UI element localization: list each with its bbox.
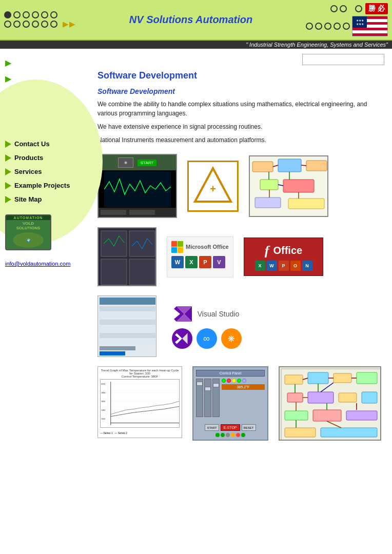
- trend-legend: — Series 1 — Series 2: [100, 428, 180, 436]
- image-row-3: Visual Studio ∞ ❋: [97, 295, 384, 357]
- circles-row-top: [4, 11, 76, 18]
- svg-rect-34: [101, 380, 179, 427]
- control-panel-screenshot: Control Panel: [192, 366, 268, 441]
- tagline: " Industrial Strength Engineering, Syste…: [0, 41, 392, 49]
- sidebar: ▶ ▶ Contact Us Products Services Example…: [0, 49, 90, 510]
- header-right: 勝 必 ★★★★★: [306, 3, 388, 36]
- svg-rect-60: [285, 428, 316, 437]
- o365-outlook: O: [290, 261, 301, 271]
- image-row-1: ◉ START: [97, 154, 384, 218]
- o365-n: N: [302, 261, 312, 271]
- search-bar-row: [97, 54, 384, 65]
- circle-1: [4, 11, 11, 18]
- slider-2[interactable]: [204, 379, 211, 417]
- circle-7: [4, 21, 11, 28]
- vs-icon-blue: ∞: [197, 328, 217, 349]
- content-subtitle: Software Development: [97, 87, 384, 95]
- svg-rect-22: [101, 259, 127, 285]
- header-left: ▶▶: [4, 11, 76, 28]
- sidebar-play-1: ▶: [0, 54, 90, 72]
- svg-rect-50: [308, 372, 328, 384]
- ctrl-btn-2[interactable]: RESET: [242, 424, 256, 431]
- search-input[interactable]: [302, 54, 384, 65]
- ms-logo-grid: [171, 241, 183, 253]
- slider-3[interactable]: [212, 379, 220, 417]
- circle-r4: [306, 23, 313, 30]
- labview-block-diagram-2: [279, 366, 381, 441]
- svg-rect-58: [313, 410, 341, 421]
- logo-banner: AUTOMATION: [6, 215, 50, 220]
- ind-5: [236, 433, 240, 437]
- sidebar-item-label: Services: [14, 168, 42, 175]
- circle-2: [13, 11, 21, 18]
- circle-r6: [324, 23, 331, 30]
- svg-rect-29: [100, 326, 155, 331]
- svg-rect-31: [100, 340, 155, 345]
- page-title: Software Development: [97, 70, 384, 81]
- office-apps-row: X W P O N: [255, 261, 312, 271]
- ctrl-btn-1[interactable]: START: [205, 424, 219, 431]
- circle-5: [41, 11, 48, 18]
- sidebar-item-label: Contact Us: [14, 140, 50, 148]
- header: ▶▶ NV Solutions Automation 勝 必: [0, 0, 392, 41]
- image-row-2: Microsoft Office W X P V f Office X W: [97, 227, 384, 286]
- svg-text:400: 400: [101, 383, 106, 385]
- led-green: [222, 379, 226, 383]
- circles-row-bottom: ▶▶: [4, 20, 76, 28]
- email-link[interactable]: info@voldautomation.com: [0, 259, 90, 269]
- circle-r2: [340, 5, 347, 12]
- sidebar-item-example-projects[interactable]: Example Projects: [0, 179, 90, 192]
- sidebar-item-label: Products: [14, 154, 43, 162]
- nav-arrow-services: [5, 168, 11, 175]
- svg-rect-56: [362, 392, 377, 403]
- svg-rect-51: [334, 373, 351, 383]
- main-container: ▶ ▶ Contact Us Products Services Example…: [0, 49, 392, 510]
- paragraph-3: National Instruments measurement and aut…: [97, 135, 384, 145]
- led-red: [227, 379, 231, 383]
- start-button[interactable]: START: [138, 160, 156, 166]
- svg-rect-59: [346, 411, 377, 420]
- ind-2: [221, 433, 225, 437]
- ms-excel-icon: X: [185, 256, 198, 268]
- svg-rect-6: [278, 159, 301, 172]
- circle-6: [50, 11, 57, 18]
- office-label: Office: [273, 245, 302, 256]
- display-readout: 385.2°F: [222, 384, 265, 390]
- sidebar-item-label: Site Map: [14, 195, 42, 203]
- circle-r7: [334, 23, 341, 30]
- sidebar-item-contact-us[interactable]: Contact Us: [0, 137, 90, 151]
- sidebar-item-services[interactable]: Services: [0, 165, 90, 179]
- svg-rect-9: [283, 180, 314, 192]
- svg-rect-28: [100, 320, 155, 325]
- logo-text: VOLD SOLUTIONS 🌍: [13, 221, 44, 250]
- svg-line-13: [301, 165, 306, 166]
- sidebar-item-products[interactable]: Products: [0, 151, 90, 165]
- svg-rect-32: [100, 346, 135, 350]
- circle-r1: [330, 5, 338, 12]
- visual-studio-section: Visual Studio ∞ ❋: [167, 295, 246, 357]
- ms-visio-icon: V: [213, 256, 225, 268]
- labview-waveform-screenshot: ◉ START: [97, 154, 177, 218]
- slider-1[interactable]: [196, 379, 203, 417]
- small-screenshot-2: [97, 295, 156, 357]
- circle-8: [13, 21, 21, 28]
- ind-4: [231, 433, 235, 437]
- trend-chart-area: 400 380 360 340 320: [100, 379, 180, 428]
- vs-icon-orange: ❋: [221, 328, 242, 349]
- led-row: [222, 379, 265, 383]
- svg-rect-5: [252, 162, 273, 172]
- indicator-row-bottom: [196, 433, 265, 437]
- sidebar-item-site-map[interactable]: Site Map: [0, 192, 90, 206]
- nav-arrow-products: [5, 154, 11, 162]
- circle-11: [41, 21, 48, 28]
- svg-rect-7: [306, 161, 327, 171]
- e-stop-button[interactable]: E-STOP: [221, 424, 240, 431]
- led-green-2: [237, 379, 241, 383]
- content-area: Software Development Software Developmen…: [90, 49, 392, 510]
- circle-10: [32, 21, 39, 28]
- ms-powerpoint-icon: P: [199, 256, 211, 268]
- svg-rect-30: [100, 333, 155, 338]
- circle-r5: [315, 23, 322, 30]
- svg-rect-26: [100, 306, 155, 311]
- kanji-display: 勝 必: [365, 3, 388, 14]
